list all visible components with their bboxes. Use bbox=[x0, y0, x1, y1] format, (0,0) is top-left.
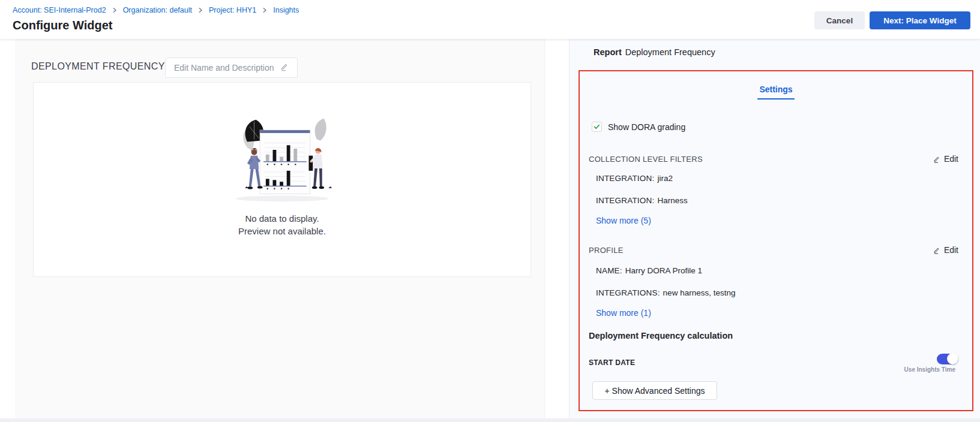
breadcrumb-project[interactable]: Project: HHY1 bbox=[209, 6, 256, 14]
collection-filters-title: COLLECTION LEVEL FILTERS bbox=[589, 155, 703, 164]
use-insights-time-toggle[interactable] bbox=[937, 354, 958, 364]
configure-widget-screen: Account: SEI-Internal-Prod2 Organization… bbox=[0, 0, 980, 422]
pencil-icon bbox=[280, 62, 289, 73]
page-header: Account: SEI-Internal-Prod2 Organization… bbox=[0, 0, 980, 39]
profile-row-integrations: INTEGRATIONS:new harness, testng bbox=[596, 288, 735, 297]
check-icon bbox=[594, 123, 600, 130]
show-dora-grading-label: Show DORA grading bbox=[608, 122, 685, 132]
profile-edit-button[interactable]: Edit bbox=[933, 245, 958, 255]
report-heading: ReportDeployment Frequency bbox=[594, 47, 715, 57]
edit-name-description-button[interactable]: Edit Name and Description bbox=[165, 58, 298, 78]
profile-value: Harry DORA Profile 1 bbox=[625, 266, 702, 275]
edit-name-description-label: Edit Name and Description bbox=[174, 63, 274, 73]
collection-filters-edit-button[interactable]: Edit bbox=[933, 154, 958, 164]
page-title: Configure Widget bbox=[13, 19, 112, 32]
cancel-button[interactable]: Cancel bbox=[814, 11, 865, 29]
chevron-right-icon bbox=[112, 7, 118, 13]
preview-unavailable-text: Preview not available. bbox=[34, 225, 531, 237]
calculation-title: Deployment Frequency calculation bbox=[589, 331, 733, 340]
chevron-right-icon bbox=[197, 7, 203, 13]
profile-show-more-link[interactable]: Show more (1) bbox=[596, 308, 651, 318]
filter-value: jira2 bbox=[657, 174, 673, 183]
profile-label: INTEGRATIONS: bbox=[596, 288, 660, 297]
settings-highlight-box: Settings Show DORA grading COLLECTION LE… bbox=[579, 70, 973, 411]
bottom-strip bbox=[0, 418, 980, 422]
filter-label: INTEGRATION: bbox=[596, 174, 654, 183]
chart-preview-placeholder: No data to display. Preview not availabl… bbox=[33, 82, 531, 277]
widget-name-heading: DEPLOYMENT FREQUENCY bbox=[31, 61, 165, 72]
edit-label: Edit bbox=[944, 245, 958, 255]
widget-preview-card: DEPLOYMENT FREQUENCY Edit Name and Descr… bbox=[15, 39, 545, 418]
edit-label: Edit bbox=[944, 154, 958, 164]
profile-row-name: NAME:Harry DORA Profile 1 bbox=[596, 266, 702, 275]
content-area: DEPLOYMENT FREQUENCY Edit Name and Descr… bbox=[0, 39, 980, 422]
filter-row-integration-jira2: INTEGRATION:jira2 bbox=[596, 174, 673, 183]
report-value: Deployment Frequency bbox=[625, 47, 715, 57]
profile-title: PROFILE bbox=[589, 246, 624, 255]
start-date-label: START DATE bbox=[589, 358, 635, 367]
no-data-text: No data to display. bbox=[34, 212, 531, 225]
profile-value: new harness, testng bbox=[663, 288, 736, 297]
filter-row-integration-harness: INTEGRATION:Harness bbox=[596, 196, 688, 205]
show-dora-grading-checkbox[interactable] bbox=[592, 122, 602, 132]
tab-settings[interactable]: Settings bbox=[580, 85, 972, 94]
profile-label: NAME: bbox=[596, 266, 622, 275]
collection-filters-show-more-link[interactable]: Show more (5) bbox=[596, 216, 651, 225]
filter-value: Harness bbox=[657, 196, 687, 205]
chevron-right-icon bbox=[262, 7, 268, 13]
use-insights-time-label: Use Insights Time bbox=[904, 366, 955, 373]
breadcrumb-account[interactable]: Account: SEI-Internal-Prod2 bbox=[13, 6, 106, 14]
breadcrumb-insights[interactable]: Insights bbox=[273, 6, 299, 14]
tab-settings-indicator bbox=[757, 98, 795, 100]
breadcrumb-organization[interactable]: Organization: default bbox=[123, 6, 192, 14]
pencil-icon bbox=[933, 246, 940, 254]
filter-label: INTEGRATION: bbox=[596, 196, 654, 205]
next-place-widget-button[interactable]: Next: Place Widget bbox=[870, 11, 970, 29]
toggle-knob bbox=[947, 353, 958, 364]
no-data-illustration bbox=[222, 114, 342, 204]
pencil-icon bbox=[933, 155, 940, 163]
report-label: Report bbox=[594, 47, 622, 57]
settings-panel: ReportDeployment Frequency Settings Show… bbox=[569, 39, 980, 418]
breadcrumb: Account: SEI-Internal-Prod2 Organization… bbox=[13, 6, 299, 14]
show-advanced-settings-button[interactable]: + Show Advanced Settings bbox=[592, 381, 717, 400]
